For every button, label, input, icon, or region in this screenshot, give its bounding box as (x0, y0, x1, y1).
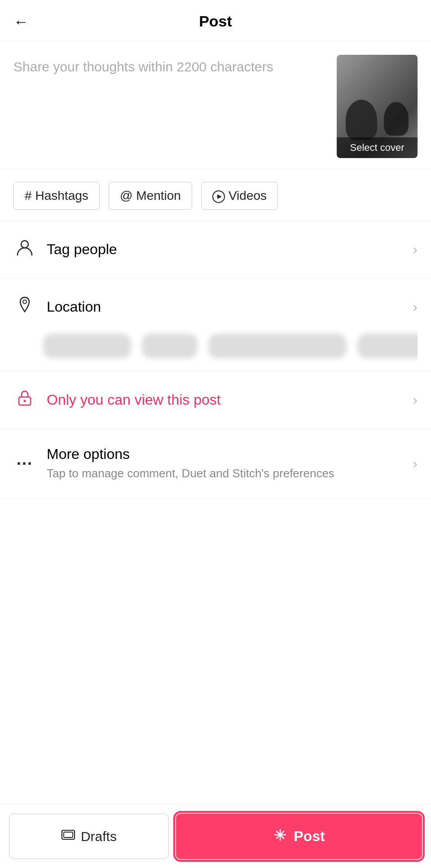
hashtags-label: Hashtags (35, 189, 88, 203)
hashtags-button[interactable]: # Hashtags (13, 182, 100, 210)
svg-point-2 (21, 241, 28, 248)
privacy-arrow: › (413, 392, 418, 408)
more-options-arrow: › (413, 455, 418, 472)
svg-rect-7 (64, 832, 73, 837)
drafts-button[interactable]: Drafts (9, 814, 169, 859)
menu-section: Tag people › Location › Ahmedabad Noida … (0, 221, 431, 499)
post-label: Post (294, 828, 325, 845)
svg-point-5 (24, 400, 26, 402)
more-options-content: More options Tap to manage comment, Duet… (47, 446, 402, 481)
drafts-icon (61, 828, 75, 844)
videos-label: Videos (229, 189, 267, 203)
post-button[interactable]: Post (176, 814, 422, 859)
tag-people-arrow: › (413, 241, 418, 258)
location-arrow: › (413, 299, 418, 315)
location-chip-3: Khyber Pakhtunkhw... (208, 334, 346, 358)
drafts-label: Drafts (81, 829, 117, 844)
caption-input[interactable]: Share your thoughts within 2200 characte… (13, 55, 328, 158)
location-chips: Ahmedabad Noida Khyber Pakhtunkhw... Pak… (13, 329, 418, 371)
svg-marker-1 (217, 194, 222, 199)
select-cover-label: Select cover (337, 137, 418, 158)
back-button[interactable]: ← (13, 14, 29, 29)
tag-people-content: Tag people (47, 241, 402, 258)
privacy-content: Only you can view this post (47, 392, 402, 408)
page-title: Post (199, 13, 232, 30)
hashtag-icon: # (25, 189, 32, 203)
more-options-row[interactable]: ··· More options Tap to manage comment, … (0, 429, 431, 498)
caption-area: Share your thoughts within 2200 characte… (0, 41, 431, 169)
more-options-subtitle: Tap to manage comment, Duet and Stitch's… (47, 465, 402, 481)
privacy-title: Only you can view this post (47, 392, 402, 408)
location-pin-icon (13, 295, 36, 318)
cover-thumbnail[interactable]: Select cover (337, 55, 418, 158)
videos-icon (212, 189, 225, 203)
more-options-icon: ··· (13, 454, 36, 473)
location-chip-2: Noida (142, 334, 198, 358)
more-options-title: More options (47, 446, 402, 463)
tags-row: # Hashtags @ Mention Videos (0, 169, 431, 221)
location-title: Location (47, 299, 402, 315)
location-row[interactable]: Location › Ahmedabad Noida Khyber Pakhtu… (0, 278, 431, 371)
tag-people-title: Tag people (47, 241, 402, 258)
mention-button[interactable]: @ Mention (109, 182, 192, 210)
post-icon (273, 828, 287, 845)
location-content: Location (47, 299, 402, 315)
mention-icon: @ (120, 189, 132, 203)
svg-point-3 (23, 300, 26, 304)
tag-people-row[interactable]: Tag people › (0, 221, 431, 278)
person-icon (13, 238, 36, 261)
privacy-row[interactable]: Only you can view this post › (0, 371, 431, 429)
videos-button[interactable]: Videos (201, 182, 278, 210)
mention-label: Mention (136, 189, 181, 203)
lock-icon (13, 388, 36, 411)
location-chip-1: Ahmedabad (43, 334, 131, 358)
location-chip-4: Pakistan (357, 334, 418, 358)
bottom-bar: Drafts Post (0, 804, 431, 868)
header: ← Post (0, 0, 431, 41)
